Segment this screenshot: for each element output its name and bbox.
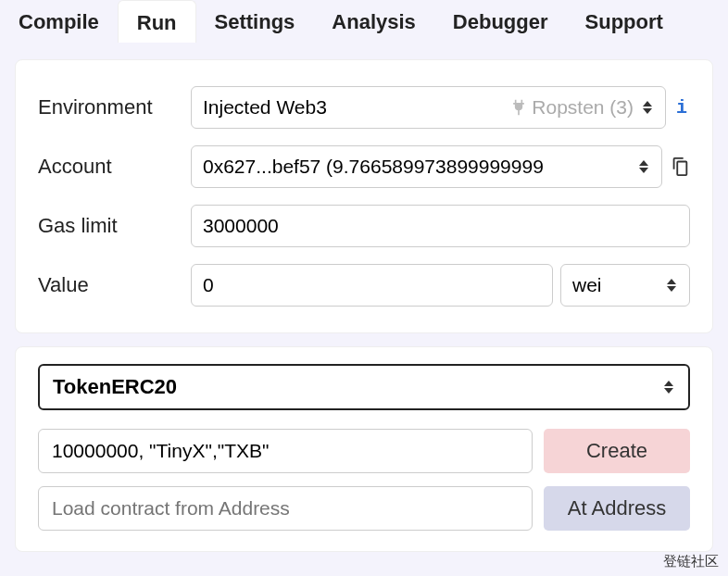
at-address-button[interactable]: At Address	[544, 486, 690, 531]
deploy-panel: TokenERC20 Create At Address	[15, 346, 713, 552]
value-unit-select[interactable]: wei	[560, 264, 690, 307]
tab-analysis[interactable]: Analysis	[313, 0, 434, 43]
value-unit-label: wei	[572, 274, 602, 296]
watermark-text: 登链社区	[663, 553, 719, 570]
chevron-updown-icon	[639, 160, 650, 173]
value-input[interactable]	[203, 265, 541, 306]
environment-label: Environment	[38, 95, 191, 119]
ataddress-row: At Address	[38, 486, 690, 531]
tab-support[interactable]: Support	[567, 0, 682, 43]
value-row: Value wei	[38, 264, 690, 307]
create-button[interactable]: Create	[544, 429, 690, 473]
value-label: Value	[38, 273, 191, 297]
chevron-updown-icon	[643, 101, 654, 114]
copy-icon[interactable]	[670, 157, 690, 177]
gaslimit-input-wrap	[191, 205, 690, 247]
plug-icon	[509, 98, 528, 117]
gaslimit-row: Gas limit	[38, 205, 690, 247]
environment-value: Injected Web3	[203, 96, 509, 119]
environment-row: Environment Injected Web3 Ropsten (3) i	[38, 86, 690, 129]
account-value: 0x627...bef57 (9.766589973899999999	[203, 156, 635, 178]
tab-settings[interactable]: Settings	[196, 0, 314, 43]
contract-selected-name: TokenERC20	[53, 375, 177, 399]
gaslimit-input[interactable]	[203, 206, 678, 246]
tab-run[interactable]: Run	[118, 0, 196, 43]
environment-network: Ropsten (3)	[532, 96, 634, 119]
value-input-wrap	[191, 264, 553, 307]
chevron-updown-icon	[664, 381, 675, 394]
create-row: Create	[38, 429, 690, 473]
tab-compile[interactable]: Compile	[0, 0, 118, 43]
run-config-panel: Environment Injected Web3 Ropsten (3) i …	[15, 59, 713, 333]
contract-select[interactable]: TokenERC20	[38, 364, 690, 410]
account-label: Account	[38, 155, 191, 179]
load-address-input[interactable]	[38, 486, 533, 531]
tab-debugger[interactable]: Debugger	[434, 0, 567, 43]
chevron-updown-icon	[667, 279, 678, 292]
environment-select[interactable]: Injected Web3 Ropsten (3)	[191, 86, 666, 129]
account-select[interactable]: 0x627...bef57 (9.766589973899999999	[191, 145, 662, 188]
tab-bar: Compile Run Settings Analysis Debugger S…	[0, 0, 728, 43]
gaslimit-label: Gas limit	[38, 214, 191, 238]
constructor-args-input[interactable]	[38, 429, 533, 473]
info-icon[interactable]: i	[673, 97, 690, 119]
account-row: Account 0x627...bef57 (9.766589973899999…	[38, 145, 690, 188]
